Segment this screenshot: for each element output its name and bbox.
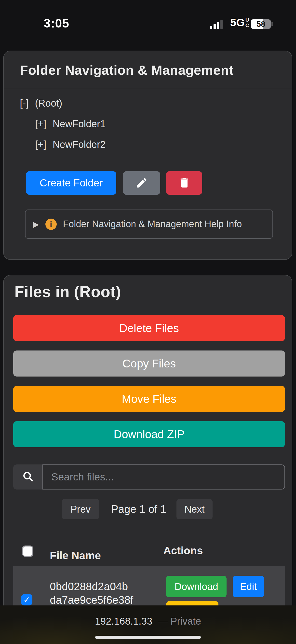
expand-toggle[interactable]: [+] — [35, 118, 46, 130]
row-checkbox-checked[interactable]: ✓ — [21, 594, 32, 606]
tree-item-root[interactable]: [-] (Root) — [20, 96, 62, 110]
network-type-label: 5G — [230, 17, 245, 28]
move-files-button[interactable]: Move Files — [13, 386, 285, 412]
download-file-button[interactable]: Download — [166, 576, 227, 597]
signal-strength-icon — [210, 20, 226, 29]
cellular-network-badge: 5G U C — [230, 17, 249, 28]
tree-item-newfolder2[interactable]: [+] NewFolder2 — [35, 138, 106, 151]
file-name-line1: 0bd0288d2a04b — [50, 580, 133, 593]
collapse-toggle[interactable]: [-] — [20, 98, 29, 109]
network-sub-bottom: C — [246, 22, 249, 28]
tree-item-newfolder1[interactable]: [+] NewFolder1 — [35, 117, 106, 131]
files-card-title: Files in (Root) — [14, 283, 121, 301]
copy-files-button[interactable]: Copy Files — [13, 350, 285, 376]
folder-name[interactable]: NewFolder2 — [53, 139, 106, 150]
battery-icon: 58 — [251, 19, 271, 29]
battery-nub — [272, 22, 273, 26]
rename-folder-button[interactable] — [123, 171, 160, 195]
clock: 3:05 — [34, 16, 78, 30]
folder-card-header: Folder Navigation & Management — [4, 51, 292, 89]
disclosure-triangle-icon[interactable]: ▶ — [33, 220, 39, 228]
pencil-icon — [135, 176, 148, 190]
delete-folder-button[interactable] — [166, 171, 202, 195]
folder-name[interactable]: (Root) — [35, 98, 62, 109]
next-page-button[interactable]: Next — [176, 499, 213, 519]
edit-file-button[interactable]: Edit — [233, 576, 264, 597]
info-icon: i — [45, 218, 57, 230]
select-all-checkbox[interactable] — [22, 546, 33, 557]
create-folder-button[interactable]: Create Folder — [26, 171, 116, 195]
status-bar: 3:05 5G U C 58 — [0, 0, 296, 39]
trash-icon — [178, 176, 191, 190]
home-indicator[interactable] — [95, 636, 201, 639]
privacy-label: — Private — [158, 616, 201, 626]
search-icon-box — [13, 464, 42, 490]
folder-card-title: Folder Navigation & Management — [20, 51, 233, 89]
files-card: Files in (Root) Delete Files Copy Files … — [3, 275, 292, 624]
search-input[interactable] — [42, 464, 285, 490]
iphone-screen: 3:05 5G U C 58 Folder Navigation & Manag… — [0, 0, 296, 644]
url-text[interactable]: 192.168.1.33 — [95, 616, 152, 626]
address-bar[interactable]: 192.168.1.33 — Private — [0, 616, 296, 627]
actions-column-header: Actions — [146, 544, 220, 557]
delete-files-button[interactable]: Delete Files — [13, 315, 285, 341]
prev-page-button[interactable]: Prev — [62, 499, 99, 519]
file-name-cell: 0bd0288d2a04b da7ae9ce5f6e38f — [50, 580, 133, 607]
file-name-column-header: File Name — [50, 550, 101, 562]
folder-name[interactable]: NewFolder1 — [53, 118, 106, 130]
search-icon — [21, 470, 35, 484]
help-summary-label[interactable]: Folder Navigation & Management Help Info — [63, 219, 242, 230]
download-zip-button[interactable]: Download ZIP — [13, 421, 285, 447]
network-sub-top: U — [246, 17, 249, 22]
browser-toolbar: 192.168.1.33 — Private — [0, 606, 296, 644]
help-disclosure[interactable]: ▶ i Folder Navigation & Management Help … — [25, 210, 273, 239]
file-name-line2: da7ae9ce5f6e38f — [50, 593, 133, 607]
page-status: Page 1 of 1 — [102, 499, 176, 519]
expand-toggle[interactable]: [+] — [35, 139, 46, 150]
battery-percent: 58 — [251, 19, 271, 29]
folder-management-card: Folder Navigation & Management [-] (Root… — [3, 50, 292, 260]
